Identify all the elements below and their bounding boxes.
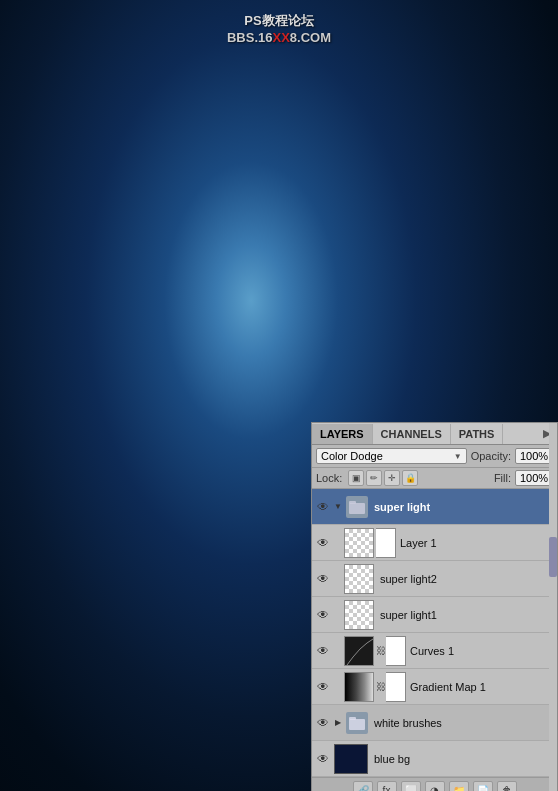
lock-transparent-btn[interactable]: ▣ [348,470,364,486]
eye-icon-layer1[interactable]: 👁 [314,534,332,552]
panel-scrollbar-thumb[interactable] [549,537,557,577]
blend-mode-value: Color Dodge [321,450,383,462]
svg-rect-4 [349,717,356,720]
eye-icon-super-light[interactable]: 👁 [314,498,332,516]
layer-row-white-brushes[interactable]: 👁 ▶ white brushes [312,705,557,741]
layer-thumb-blue-bg [334,744,368,774]
layer-name-super-light: super light [374,501,430,513]
opacity-input[interactable]: 100% ▼ [515,448,553,464]
tab-channels[interactable]: CHANNELS [373,424,451,444]
layer-row-layer1[interactable]: 👁 Layer 1 [312,525,557,561]
new-layer-btn[interactable]: 📄 [473,781,493,791]
group-folder-white-brushes [346,712,368,734]
link-layers-btn[interactable]: 🔗 [353,781,373,791]
watermark-red: XX [273,30,290,45]
blend-mode-arrow: ▼ [454,452,462,461]
svg-rect-0 [349,503,365,514]
panel-scrollbar[interactable] [549,423,557,791]
eye-icon-super-light2[interactable]: 👁 [314,570,332,588]
group-folder-icon [346,496,368,518]
lock-all-btn[interactable]: 🔒 [402,470,418,486]
layer-row-super-light2[interactable]: 👁 super light2 [312,561,557,597]
lock-paint-btn[interactable]: ✏ [366,470,382,486]
watermark: PS教程论坛 BBS.16XX8.COM [227,12,331,45]
svg-rect-3 [349,719,365,730]
layer-name-curves1: Curves 1 [410,645,454,657]
layer-mask-gradient-map1 [386,672,406,702]
chain-icon-gradient-map1: ⛓ [376,681,386,692]
layer-mask-curves1 [386,636,406,666]
new-adjustment-btn[interactable]: ◑ [425,781,445,791]
layer-row-super-light1[interactable]: 👁 super light1 [312,597,557,633]
layer-thumb-layer1 [344,528,374,558]
layer-name-white-brushes: white brushes [374,717,442,729]
lock-icons: ▣ ✏ ✛ 🔒 [348,470,418,486]
opacity-label: Opacity: [471,450,511,462]
fill-value-text: 100% [520,472,548,484]
layer-name-super-light2: super light2 [380,573,437,585]
lock-move-btn[interactable]: ✛ [384,470,400,486]
layer-name-layer1: Layer 1 [400,537,437,549]
svg-rect-1 [349,501,356,504]
chain-icon-curves1: ⛓ [376,645,386,656]
fill-input[interactable]: 100% ▼ [515,470,553,486]
blend-mode-row: Color Dodge ▼ Opacity: 100% ▼ [312,445,557,468]
blend-mode-select[interactable]: Color Dodge ▼ [316,448,467,464]
opacity-value-text: 100% [520,450,548,462]
layers-panel: LAYERS CHANNELS PATHS ▶ Color Dodge ▼ Op… [311,422,558,791]
layer-name-super-light1: super light1 [380,609,437,621]
lock-row: Lock: ▣ ✏ ✛ 🔒 Fill: 100% ▼ [312,468,557,489]
layer-thumb-super-light2 [344,564,374,594]
layer-thumb-super-light1 [344,600,374,630]
eye-icon-super-light1[interactable]: 👁 [314,606,332,624]
layer-row-gradient-map1[interactable]: 👁 ⛓ Gradient Map 1 [312,669,557,705]
layer-name-gradient-map1: Gradient Map 1 [410,681,486,693]
eye-icon-blue-bg[interactable]: 👁 [314,750,332,768]
layer-row-blue-bg[interactable]: 👁 blue bg [312,741,557,777]
layer-row-super-light-group[interactable]: 👁 ▼ super light [312,489,557,525]
tab-paths[interactable]: PATHS [451,424,504,444]
watermark-line1: PS教程论坛 [227,12,331,30]
group-collapse-arrow[interactable]: ▶ [332,717,344,729]
add-style-btn[interactable]: fx [377,781,397,791]
layer-row-curves1[interactable]: 👁 ⛓ Curves 1 [312,633,557,669]
layer-thumb-gradient-map1 [344,672,374,702]
layer-name-blue-bg: blue bg [374,753,410,765]
layer-mask-layer1 [376,528,396,558]
eye-icon-curves1[interactable]: 👁 [314,642,332,660]
panel-tabs: LAYERS CHANNELS PATHS ▶ [312,423,557,445]
fill-label: Fill: [494,472,511,484]
watermark-line2: BBS.16XX8.COM [227,30,331,45]
group-expand-arrow[interactable]: ▼ [332,501,344,513]
add-mask-btn[interactable]: ⬜ [401,781,421,791]
eye-icon-gradient-map1[interactable]: 👁 [314,678,332,696]
layer-thumb-curves1 [344,636,374,666]
watermark-post: 8.COM [290,30,331,45]
watermark-pre: BBS.16 [227,30,273,45]
new-group-btn[interactable]: 📁 [449,781,469,791]
lock-label: Lock: [316,472,342,484]
delete-layer-btn[interactable]: 🗑 [497,781,517,791]
panel-footer: 🔗 fx ⬜ ◑ 📁 📄 🗑 [312,777,557,791]
tab-layers[interactable]: LAYERS [312,424,373,444]
eye-icon-white-brushes[interactable]: 👁 [314,714,332,732]
